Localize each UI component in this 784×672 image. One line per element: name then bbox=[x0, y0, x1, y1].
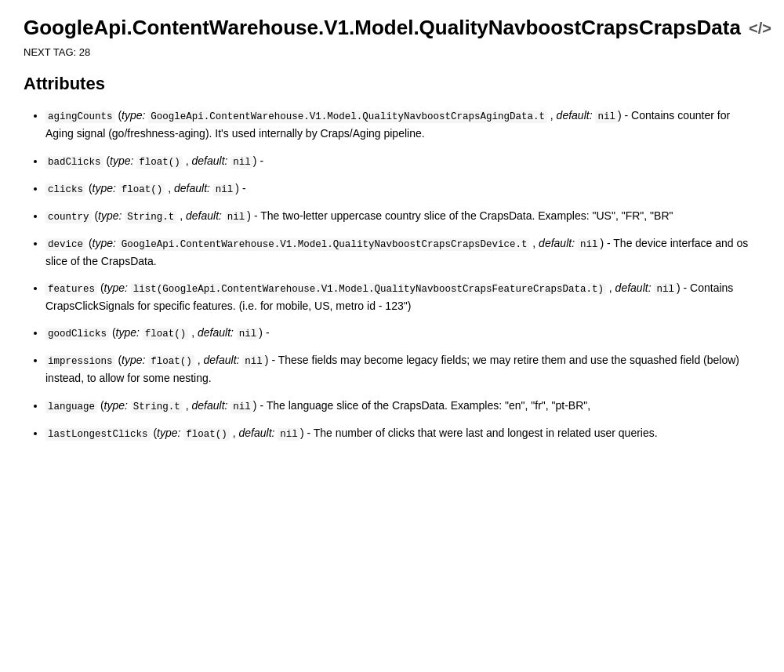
attr-type-label: type: bbox=[104, 282, 128, 294]
attr-default-value: nil bbox=[213, 183, 236, 196]
attr-default-label: default: bbox=[239, 427, 275, 439]
attr-type-value: float() bbox=[183, 428, 230, 441]
attr-description: - bbox=[239, 182, 246, 194]
page-container: GoogleApi.ContentWarehouse.V1.Model.Qual… bbox=[24, 16, 760, 442]
list-item: country (type: String.t , default: nil) … bbox=[45, 207, 760, 225]
next-tag-label: NEXT TAG: bbox=[24, 46, 76, 58]
attr-description: - bbox=[257, 154, 264, 167]
page-title-row: GoogleApi.ContentWarehouse.V1.Model.Qual… bbox=[24, 16, 760, 40]
attr-default-value: nil bbox=[578, 238, 601, 251]
attr-name: lastLongestClicks bbox=[45, 428, 151, 441]
attr-type-label: type: bbox=[122, 109, 145, 122]
attr-name: impressions bbox=[45, 355, 115, 368]
list-item: device (type: GoogleApi.ContentWarehouse… bbox=[45, 234, 760, 270]
attr-default-label: default: bbox=[539, 237, 575, 249]
attr-type-value: String.t bbox=[131, 401, 183, 413]
list-item: lastLongestClicks (type: float() , defau… bbox=[45, 424, 760, 442]
attr-type-value: String.t bbox=[125, 211, 176, 223]
attr-default-value: nil bbox=[230, 401, 253, 413]
next-tag-value: 28 bbox=[79, 46, 90, 58]
attr-default-label: default: bbox=[186, 209, 222, 222]
attr-name: agingCounts bbox=[45, 111, 115, 123]
attr-type-value: list(GoogleApi.ContentWarehouse.V1.Model… bbox=[131, 283, 606, 296]
list-item: clicks (type: float() , default: nil) - bbox=[45, 180, 760, 198]
attr-default-value: nil bbox=[237, 328, 260, 340]
list-item: impressions (type: float() , default: ni… bbox=[45, 351, 760, 387]
attr-type-label: type: bbox=[122, 354, 145, 366]
attr-default-value: nil bbox=[230, 156, 253, 169]
attr-name: language bbox=[45, 401, 97, 413]
attr-name: country bbox=[45, 211, 92, 223]
list-item: goodClicks (type: float() , default: nil… bbox=[45, 324, 760, 342]
attr-description: - bbox=[263, 326, 270, 339]
next-tag-row: NEXT TAG: 28 bbox=[24, 46, 760, 58]
attr-default-label: default: bbox=[174, 182, 210, 194]
attr-default-label: default: bbox=[557, 109, 593, 122]
attr-type-label: type: bbox=[93, 237, 116, 249]
page-title: GoogleApi.ContentWarehouse.V1.Model.Qual… bbox=[24, 16, 741, 40]
attr-type-label: type: bbox=[98, 209, 122, 222]
attributes-title: Attributes bbox=[24, 74, 760, 94]
attr-default-value: nil bbox=[242, 355, 265, 368]
attr-description: - The number of clicks that were last an… bbox=[304, 427, 658, 439]
list-item: agingCounts (type: GoogleApi.ContentWare… bbox=[45, 107, 760, 142]
attr-name: features bbox=[45, 283, 97, 296]
attr-default-value: nil bbox=[654, 283, 677, 296]
attr-name: badClicks bbox=[45, 156, 103, 169]
attr-default-label: default: bbox=[198, 326, 234, 339]
attr-default-value: nil bbox=[595, 111, 618, 123]
attr-type-value: float() bbox=[148, 355, 194, 368]
attr-default-value: nil bbox=[225, 211, 248, 223]
list-item: badClicks (type: float() , default: nil)… bbox=[45, 152, 760, 170]
attr-description: - The two-letter uppercase country slice… bbox=[251, 209, 673, 222]
attr-default-label: default: bbox=[615, 282, 652, 294]
attr-type-label: type: bbox=[116, 326, 140, 339]
list-item: language (type: String.t , default: nil)… bbox=[45, 397, 760, 415]
attr-type-label: type: bbox=[104, 399, 128, 412]
attr-default-label: default: bbox=[192, 399, 228, 412]
attr-type-value: GoogleApi.ContentWarehouse.V1.Model.Qual… bbox=[148, 111, 547, 123]
attr-name: goodClicks bbox=[45, 328, 109, 340]
attr-description: - The language slice of the CrapsData. E… bbox=[257, 399, 591, 412]
attr-type-value: float() bbox=[119, 183, 165, 196]
attr-default-value: nil bbox=[278, 428, 300, 441]
attr-type-label: type: bbox=[93, 182, 116, 194]
attr-name: device bbox=[45, 238, 85, 251]
attr-type-value: GoogleApi.ContentWarehouse.V1.Model.Qual… bbox=[119, 238, 530, 251]
list-item: features (type: list(GoogleApi.ContentWa… bbox=[45, 279, 760, 314]
attr-type-value: float() bbox=[143, 328, 189, 340]
code-icon[interactable]: </> bbox=[749, 16, 771, 38]
attr-default-label: default: bbox=[204, 354, 240, 366]
attr-default-label: default: bbox=[192, 154, 228, 167]
attr-type-label: type: bbox=[110, 154, 133, 167]
attr-name: clicks bbox=[45, 183, 85, 196]
attr-type-value: float() bbox=[136, 156, 183, 169]
attributes-list: agingCounts (type: GoogleApi.ContentWare… bbox=[24, 107, 760, 442]
attr-type-label: type: bbox=[157, 427, 180, 439]
